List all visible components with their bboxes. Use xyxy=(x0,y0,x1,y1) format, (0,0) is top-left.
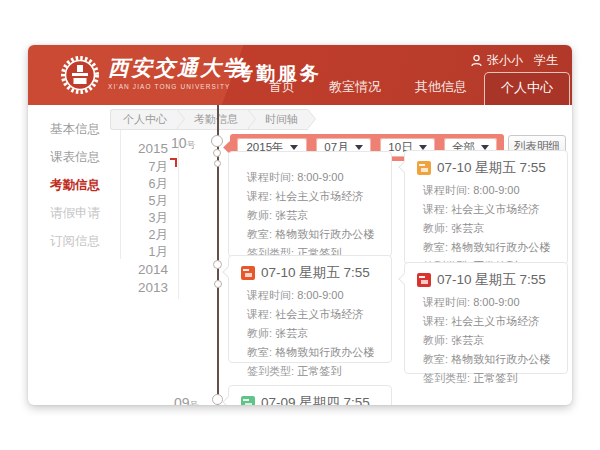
breadcrumb-attendance-info[interactable]: 考勤信息 xyxy=(177,109,248,130)
sidebar-item-attendance-info[interactable]: 考勤信息 xyxy=(50,177,120,194)
attendance-card[interactable]: 07-09 星期四 7:55 xyxy=(228,385,392,405)
card-pointer xyxy=(398,161,409,172)
rail-divider xyxy=(178,139,179,299)
user-icon xyxy=(471,55,482,67)
university-name: 西安交通大学 XI'AN JIAO TONG UNIVERSITY xyxy=(108,56,246,90)
card-field-room: 教室: 格物致知行政办公楼 xyxy=(417,238,557,257)
rail-month-jun[interactable]: 6月 xyxy=(116,176,168,193)
status-stamp-icon xyxy=(241,266,255,280)
card-date: 07-10 星期五 7:55 xyxy=(261,264,370,282)
user-name: 张小小 xyxy=(487,52,523,69)
day-marker-09: 09号 xyxy=(174,395,199,405)
rail-month-mar[interactable]: 3月 xyxy=(116,210,168,227)
rail-year-2014[interactable]: 2014 xyxy=(116,262,168,277)
card-field-teacher: 教师: 张芸京 xyxy=(417,331,557,350)
status-stamp-icon xyxy=(417,161,431,175)
current-month-marker xyxy=(170,158,177,167)
rail-month-jan[interactable]: 1月 xyxy=(116,244,168,261)
timeline-node[interactable] xyxy=(211,135,223,147)
timeline-node[interactable] xyxy=(214,160,221,167)
user-info[interactable]: 张小小 学生 xyxy=(471,52,558,69)
card-date: 07-09 星期四 7:55 xyxy=(261,394,370,405)
rail-month-feb[interactable]: 2月 xyxy=(116,227,168,244)
nav-tab-classrooms[interactable]: 教室情况 xyxy=(312,72,398,105)
breadcrumb-personal-center[interactable]: 个人中心 xyxy=(110,109,177,130)
university-name-cn: 西安交通大学 xyxy=(108,56,246,80)
app-window: 西安交通大学 XI'AN JIAO TONG UNIVERSITY 考勤服务 张… xyxy=(28,45,572,405)
card-field-type: 签到类型: 正常签到 xyxy=(241,362,381,381)
card-field-room: 教室: 格物致知行政办公楼 xyxy=(417,350,557,369)
attendance-card[interactable]: 07-10 星期五 7:55 课程时间: 8:00-9:00 课程: 社会主义市… xyxy=(228,255,392,363)
card-field-time: 课程时间: 8:00-9:00 xyxy=(417,181,557,200)
card-field-teacher: 教师: 张芸京 xyxy=(417,219,557,238)
card-date: 07-10 星期五 7:55 xyxy=(437,159,546,177)
university-logo-icon xyxy=(60,55,100,95)
status-stamp-icon xyxy=(417,273,431,287)
user-role: 学生 xyxy=(534,52,558,69)
breadcrumb-timeline[interactable]: 时间轴 xyxy=(248,109,308,130)
sidebar-item-leave-request[interactable]: 请假申请 xyxy=(50,205,120,222)
timeline-node[interactable] xyxy=(212,394,223,405)
attendance-card[interactable]: 07-10 星期五 7:55 课程时间: 8:00-9:00 课程: 社会主义市… xyxy=(404,262,568,374)
rail-year-2015[interactable]: 2015 xyxy=(116,141,168,156)
card-field-room: 教室: 格物致知行政办公楼 xyxy=(241,343,381,362)
main-nav: 首页 教室情况 其他信息 个人中心 xyxy=(252,77,570,105)
card-pointer xyxy=(398,273,409,284)
rail-month-may[interactable]: 5月 xyxy=(116,193,168,210)
status-stamp-icon xyxy=(241,396,255,405)
card-field-teacher: 教师: 张芸京 xyxy=(241,324,381,343)
timeline-node[interactable] xyxy=(213,260,222,269)
card-field-time: 课程时间: 8:00-9:00 xyxy=(417,293,557,312)
timeline-node[interactable] xyxy=(214,280,222,288)
card-field-course: 课程: 社会主义市场经济 xyxy=(241,187,381,206)
card-field-time: 课程时间: 8:00-9:00 xyxy=(241,168,381,187)
card-field-teacher: 教师: 张芸京 xyxy=(241,206,381,225)
rail-year-2013[interactable]: 2013 xyxy=(116,280,168,295)
attendance-card[interactable]: 07-10 星期五 7:55 课程时间: 8:00-9:00 课程: 社会主义市… xyxy=(404,150,568,265)
card-field-course: 课程: 社会主义市场经济 xyxy=(417,200,557,219)
breadcrumb: 个人中心 考勤信息 时间轴 xyxy=(110,109,308,130)
university-name-en: XI'AN JIAO TONG UNIVERSITY xyxy=(108,83,246,90)
card-field-type: 签到类型: 正常签到 xyxy=(417,369,557,388)
card-field-course: 课程: 社会主义市场经济 xyxy=(241,305,381,324)
app-header: 西安交通大学 XI'AN JIAO TONG UNIVERSITY 考勤服务 张… xyxy=(28,45,572,105)
nav-tab-other-info[interactable]: 其他信息 xyxy=(398,72,484,105)
attendance-card[interactable]: 课程时间: 8:00-9:00 课程: 社会主义市场经济 教师: 张芸京 教室:… xyxy=(228,151,392,257)
chevron-down-icon xyxy=(290,145,298,150)
card-date: 07-10 星期五 7:55 xyxy=(437,271,546,289)
card-field-course: 课程: 社会主义市场经济 xyxy=(417,312,557,331)
sidebar-item-schedule-info[interactable]: 课表信息 xyxy=(50,149,120,166)
card-pointer xyxy=(222,266,233,277)
nav-tab-personal-center-active[interactable]: 个人中心 xyxy=(484,72,570,105)
card-field-time: 课程时间: 8:00-9:00 xyxy=(241,286,381,305)
chevron-down-icon xyxy=(355,145,363,150)
day-marker-10: 10号 xyxy=(171,135,196,152)
timeline-node[interactable] xyxy=(213,149,221,157)
card-pointer xyxy=(222,396,233,405)
rail-month-jul[interactable]: 7月 xyxy=(116,159,168,176)
nav-tab-home[interactable]: 首页 xyxy=(252,72,312,105)
card-field-room: 教室: 格物致知行政办公楼 xyxy=(241,225,381,244)
sidebar-item-subscription-info[interactable]: 订阅信息 xyxy=(50,233,120,250)
